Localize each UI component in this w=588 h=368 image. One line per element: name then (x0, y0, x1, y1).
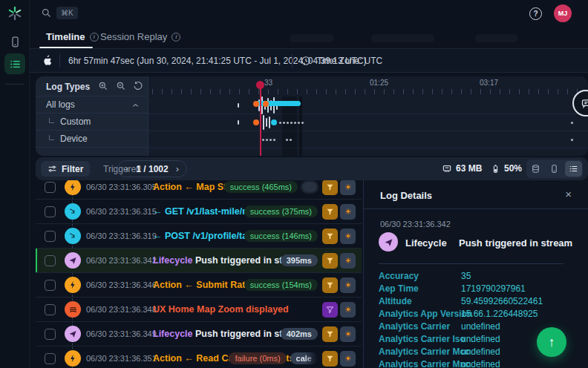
event-dot-orange[interactable] (253, 119, 259, 125)
event-label: UX Home Map Zoom displayed (153, 304, 289, 315)
row-checkbox[interactable] (45, 353, 56, 364)
field-key: Analytics App Version (379, 309, 472, 319)
event-label: Action (153, 353, 182, 364)
divider (59, 54, 60, 68)
timeline-ruler[interactable] (152, 89, 585, 94)
field-value: 59.45992660522461 (461, 296, 543, 306)
log-row-selected[interactable]: 06/30 23:31:36.342 Lifecycle Push trigge… (36, 249, 362, 273)
log-list: 06/30 23:31:36.305 Action ← Map Style Lo… (36, 175, 362, 368)
memory-value: 63 MB (456, 163, 482, 174)
row-checkbox[interactable] (45, 206, 56, 217)
top-bar: ⌘K ? MJ (30, 0, 588, 27)
log-type-row-custom[interactable]: Custom (36, 114, 148, 131)
highlight-button[interactable] (340, 277, 356, 293)
field-key: Aep Time (379, 283, 419, 294)
search-shortcut-badge[interactable]: ⌘K (56, 7, 78, 19)
tab-session-replay[interactable]: Session Replay i (100, 31, 180, 42)
database-icon (531, 164, 540, 174)
event-dot (298, 122, 300, 124)
apple-icon (41, 54, 53, 67)
filter-by-event-button[interactable] (322, 253, 338, 269)
view-data-button[interactable] (527, 161, 544, 177)
log-row[interactable]: 06/30 23:31:36.346 Action ← Submit Ratin… (36, 273, 362, 298)
chevron-up-icon[interactable] (131, 102, 140, 110)
sidebar-logs-button[interactable] (4, 53, 25, 74)
redacted-blob (371, 34, 434, 42)
tree-branch-icon (49, 118, 54, 123)
log-type-row-all-logs[interactable]: All logs (36, 96, 148, 114)
zoom-in-icon[interactable] (98, 81, 108, 91)
event-label: Action (153, 182, 182, 192)
row-checkbox[interactable] (45, 329, 56, 340)
row-checkbox[interactable] (45, 255, 56, 266)
highlight-button[interactable] (340, 253, 356, 269)
row-checkbox[interactable] (45, 182, 56, 193)
avatar[interactable]: MJ (554, 4, 572, 22)
field-value: 1719790297961 (461, 283, 526, 294)
highlight-button[interactable] (340, 302, 356, 318)
clock-icon (301, 56, 311, 66)
filter-by-event-button[interactable] (322, 326, 338, 342)
event-dot (287, 122, 289, 124)
network-icon (65, 203, 81, 220)
zoom-out-icon[interactable] (116, 81, 126, 91)
filter-by-event-button[interactable] (322, 302, 338, 318)
tab-timeline[interactable]: Timeline i (46, 31, 99, 42)
tree-branch-icon (49, 135, 54, 140)
filter-by-event-button[interactable] (322, 277, 338, 293)
highlight-button[interactable] (340, 326, 356, 342)
event-label: Lifecycle (153, 329, 193, 339)
row-checkbox[interactable] (45, 304, 56, 315)
log-row[interactable]: 06/30 23:31:36.351 Action ← Read Calenda… (36, 346, 362, 368)
prev-page-button[interactable]: ‹ (125, 163, 128, 174)
search-icon[interactable] (41, 7, 52, 19)
log-row[interactable]: 06/30 23:31:36.349 Lifecycle Push trigge… (36, 322, 362, 346)
highlight-button[interactable] (340, 351, 356, 367)
session-info-bar: 6hr 57min 47sec (Jun 30, 2024, 21:41:25 … (30, 49, 588, 73)
view-list-button[interactable] (565, 161, 582, 177)
row-checkbox[interactable] (45, 280, 56, 291)
log-row[interactable]: 06/30 23:31:36.319 ← POST /v1/profile/ta… (36, 224, 362, 249)
phone-icon (549, 164, 559, 174)
waveform-bar (269, 116, 270, 128)
event-dot (290, 122, 293, 124)
field-value: 15.66.1.226448925 (461, 309, 538, 319)
event-dot-orange[interactable] (263, 101, 269, 107)
filter-by-event-button[interactable] (322, 180, 338, 195)
detail-field: Analytics Carrier Mnc undefined (379, 359, 579, 368)
filter-by-event-button[interactable] (322, 229, 338, 244)
info-icon: i (90, 33, 99, 42)
push-icon (65, 326, 81, 342)
row-checkbox[interactable] (45, 231, 56, 242)
filter-by-event-button[interactable] (322, 204, 338, 220)
event-dot-cyan[interactable] (271, 119, 277, 125)
highlight-button[interactable] (340, 204, 356, 220)
scroll-to-top-button[interactable]: ↑ (537, 327, 566, 357)
event-dot-orange[interactable] (253, 101, 259, 107)
playhead-handle[interactable] (256, 81, 264, 89)
row-timestamp: 06/30 23:31:36.351 (86, 354, 157, 363)
help-button[interactable]: ? (529, 7, 542, 20)
close-icon[interactable]: × (565, 188, 572, 200)
reset-zoom-icon[interactable] (133, 81, 143, 91)
redacted-blob (290, 34, 334, 42)
row-divider (148, 114, 588, 114)
log-row[interactable]: 06/30 23:31:36.348 UX Home Map Zoom disp… (36, 298, 362, 322)
app-logo-icon[interactable] (7, 5, 23, 22)
detail-field: Accuracy 35 (379, 271, 579, 283)
view-device-button[interactable] (546, 161, 563, 177)
status-badge: success (465ms) (224, 181, 298, 193)
waveform-mark (238, 120, 239, 125)
log-row[interactable]: 06/30 23:31:36.315 ← GET /v1/last-mile/r… (36, 200, 362, 224)
detail-field: Aep Time 1719790297961 (379, 283, 579, 296)
action-icon (65, 350, 81, 367)
highlight-button[interactable] (340, 229, 356, 244)
filter-button[interactable]: Filter (41, 161, 90, 177)
log-types-column: Log Types All logs Custom (36, 76, 148, 156)
sidebar-device-button[interactable] (4, 31, 25, 52)
filter-by-event-button[interactable] (322, 351, 338, 367)
next-page-button[interactable]: › (176, 163, 179, 174)
highlight-button[interactable] (340, 180, 356, 195)
log-type-row-device[interactable]: Device (36, 131, 148, 148)
playhead-line[interactable] (260, 84, 261, 156)
